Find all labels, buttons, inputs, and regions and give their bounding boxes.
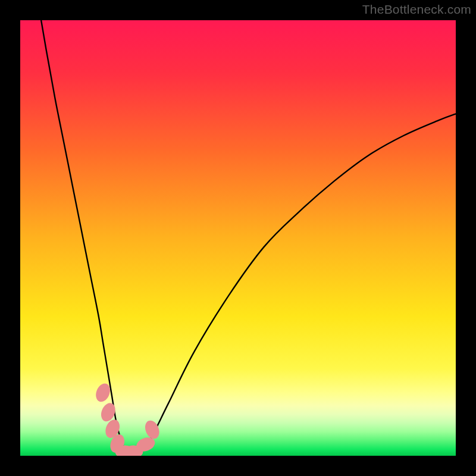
watermark-text: TheBottleneck.com — [362, 2, 471, 17]
gradient-background — [20, 20, 456, 456]
chart-frame: TheBottleneck.com — [0, 0, 476, 476]
bottleneck-chart — [20, 20, 456, 456]
plot-area — [20, 20, 456, 456]
